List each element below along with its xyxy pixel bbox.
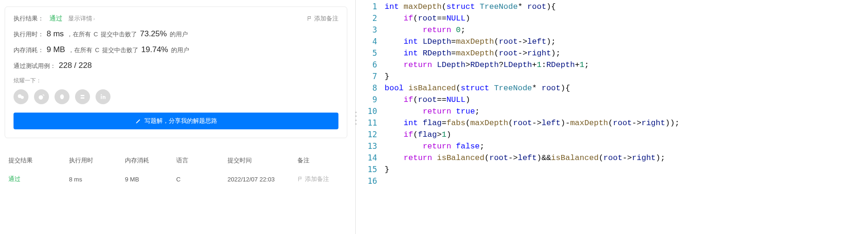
code-content[interactable]: } bbox=[385, 164, 389, 175]
line-number: 10 bbox=[359, 106, 385, 117]
linkedin-icon[interactable] bbox=[96, 89, 110, 104]
code-content[interactable]: int RDepth=maxDepth(root->right); bbox=[385, 47, 561, 59]
submissions-table: 提交结果 执行用时 内存消耗 语言 提交时间 备注 通过 8 ms 9 MB C… bbox=[0, 151, 352, 188]
code-line[interactable]: 3 return 0; bbox=[359, 24, 868, 36]
code-content[interactable]: if(flag>1) bbox=[385, 129, 451, 140]
code-content[interactable]: if(root==NULL) bbox=[385, 94, 470, 106]
code-editor[interactable]: 1int maxDepth(struct TreeNode* root){2 i… bbox=[359, 0, 868, 234]
memory-label: 内存消耗： bbox=[14, 46, 44, 54]
result-header: 执行结果： 通过 显示详情› 添加备注 bbox=[14, 14, 338, 23]
code-line[interactable]: 9 if(root==NULL) bbox=[359, 94, 868, 106]
code-content[interactable]: return 0; bbox=[385, 24, 465, 36]
line-number: 12 bbox=[359, 129, 385, 140]
th-time: 提交时间 bbox=[227, 156, 297, 165]
brag-label: 炫耀一下： bbox=[14, 77, 338, 85]
flag-icon bbox=[307, 16, 312, 21]
line-number: 3 bbox=[359, 24, 385, 36]
code-line[interactable]: 11 int flag=fabs(maxDepth(root->left)-ma… bbox=[359, 117, 868, 129]
code-line[interactable]: 14 return isBalanced(root->left)&&isBala… bbox=[359, 152, 868, 164]
th-note: 备注 bbox=[297, 156, 349, 165]
write-solution-button[interactable]: 写题解，分享我的解题思路 bbox=[14, 113, 338, 129]
qq-icon[interactable] bbox=[55, 89, 69, 104]
memory-row: 内存消耗： 9 MB ，在所有 C 提交中击败了 19.74% 的用户 bbox=[14, 45, 338, 54]
svg-point-1 bbox=[21, 96, 24, 99]
code-content[interactable]: return isBalanced(root->left)&&isBalance… bbox=[385, 152, 665, 164]
code-content[interactable]: int maxDepth(struct TreeNode* root){ bbox=[385, 1, 556, 13]
runtime-value: 8 ms bbox=[47, 29, 64, 39]
table-row[interactable]: 通过 8 ms 9 MB C 2022/12/07 22:03 添加备注 bbox=[0, 170, 352, 188]
row-runtime: 8 ms bbox=[69, 176, 125, 183]
memory-t2: 提交中击败了 bbox=[102, 46, 138, 54]
memory-value: 9 MB bbox=[47, 45, 65, 54]
row-result[interactable]: 通过 bbox=[8, 175, 69, 183]
row-memory: 9 MB bbox=[125, 176, 176, 183]
row-lang: C bbox=[176, 176, 227, 183]
code-content[interactable]: bool isBalanced(struct TreeNode* root){ bbox=[385, 82, 570, 94]
wechat-icon[interactable] bbox=[14, 89, 28, 104]
share-row: 炫耀一下： bbox=[14, 77, 338, 104]
code-content[interactable]: return true; bbox=[385, 106, 480, 117]
panel-splitter[interactable] bbox=[352, 0, 359, 234]
code-line[interactable]: 4 int LDepth=maxDepth(root->left); bbox=[359, 36, 868, 47]
show-detail-link[interactable]: 显示详情› bbox=[68, 14, 95, 23]
memory-lang: C bbox=[95, 47, 99, 53]
code-line[interactable]: 2 if(root==NULL) bbox=[359, 13, 868, 24]
status-badge: 通过 bbox=[49, 14, 62, 23]
code-line[interactable]: 8bool isBalanced(struct TreeNode* root){ bbox=[359, 82, 868, 94]
code-line[interactable]: 7} bbox=[359, 71, 868, 82]
svg-rect-6 bbox=[101, 96, 102, 99]
runtime-t1: ，在所有 bbox=[67, 30, 91, 39]
runtime-pct: 73.25% bbox=[140, 29, 167, 39]
code-content[interactable]: int flag=fabs(maxDepth(root->left)-maxDe… bbox=[385, 117, 680, 129]
svg-point-3 bbox=[60, 94, 64, 100]
line-number: 7 bbox=[359, 71, 385, 82]
result-panel: 执行结果： 通过 显示详情› 添加备注 执行用时： 8 ms ，在所有 C 提交… bbox=[0, 0, 352, 234]
add-note-button[interactable]: 添加备注 bbox=[307, 14, 338, 23]
code-content[interactable]: int LDepth=maxDepth(root->left); bbox=[385, 36, 556, 47]
svg-rect-4 bbox=[81, 95, 84, 96]
code-content[interactable]: return false; bbox=[385, 140, 484, 152]
code-content[interactable]: } bbox=[385, 71, 389, 82]
code-line[interactable]: 5 int RDepth=maxDepth(root->right); bbox=[359, 47, 868, 59]
code-content[interactable]: return LDepth>RDepth?LDepth+1:RDepth+1; bbox=[385, 59, 589, 71]
code-line[interactable]: 16 bbox=[359, 175, 868, 187]
code-content[interactable]: if(root==NULL) bbox=[385, 13, 470, 24]
code-line[interactable]: 15} bbox=[359, 164, 868, 175]
memory-t1: ，在所有 bbox=[68, 46, 92, 54]
th-lang: 语言 bbox=[176, 156, 227, 165]
line-number: 5 bbox=[359, 47, 385, 59]
douban-icon[interactable] bbox=[75, 89, 90, 104]
cases-row: 通过测试用例： 228 / 228 bbox=[14, 61, 338, 70]
line-number: 13 bbox=[359, 140, 385, 152]
pencil-icon bbox=[135, 118, 142, 124]
code-line[interactable]: 6 return LDepth>RDepth?LDepth+1:RDepth+1… bbox=[359, 59, 868, 71]
exec-result-label: 执行结果： bbox=[14, 14, 44, 23]
line-number: 14 bbox=[359, 152, 385, 164]
code-line[interactable]: 13 return false; bbox=[359, 140, 868, 152]
result-card: 执行结果： 通过 显示详情› 添加备注 执行用时： 8 ms ，在所有 C 提交… bbox=[5, 7, 347, 138]
line-number: 15 bbox=[359, 164, 385, 175]
th-result: 提交结果 bbox=[8, 156, 69, 165]
line-number: 6 bbox=[359, 59, 385, 71]
runtime-t2: 提交中击败了 bbox=[101, 30, 137, 39]
runtime-label: 执行用时： bbox=[14, 30, 44, 39]
code-line[interactable]: 12 if(flag>1) bbox=[359, 129, 868, 140]
cases-value: 228 / 228 bbox=[59, 61, 92, 70]
th-memory: 内存消耗 bbox=[125, 156, 176, 165]
show-detail-text: 显示详情 bbox=[68, 15, 92, 22]
line-number: 1 bbox=[359, 1, 385, 13]
runtime-lang: C bbox=[94, 31, 98, 38]
weibo-icon[interactable] bbox=[34, 89, 49, 104]
code-line[interactable]: 10 return true; bbox=[359, 106, 868, 117]
memory-t3: 的用户 bbox=[171, 46, 189, 54]
chevron-right-icon: › bbox=[93, 16, 95, 21]
line-number: 9 bbox=[359, 94, 385, 106]
code-line[interactable]: 1int maxDepth(struct TreeNode* root){ bbox=[359, 1, 868, 13]
th-runtime: 执行用时 bbox=[69, 156, 125, 165]
row-time: 2022/12/07 22:03 bbox=[227, 176, 297, 183]
line-number: 8 bbox=[359, 82, 385, 94]
runtime-t3: 的用户 bbox=[170, 30, 188, 39]
share-icons bbox=[14, 89, 338, 104]
row-add-note[interactable]: 添加备注 bbox=[297, 175, 349, 183]
flag-icon bbox=[297, 176, 303, 182]
